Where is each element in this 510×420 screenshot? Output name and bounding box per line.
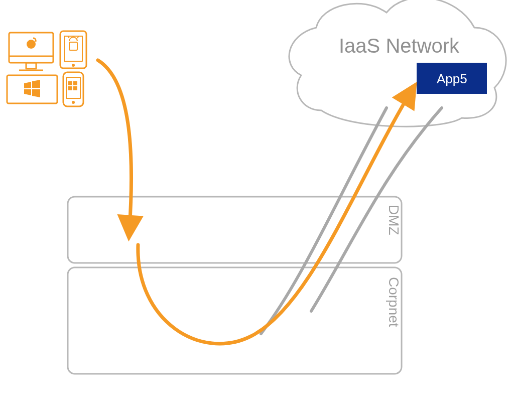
zone-dmz-label: DMZ: [386, 205, 402, 235]
device-laptop-icon: [7, 75, 57, 103]
svg-rect-9: [64, 36, 82, 61]
zone-corpnet-label: Corpnet: [386, 277, 402, 327]
device-tablet-icon: [60, 31, 86, 68]
device-cluster: [7, 31, 86, 106]
svg-point-7: [27, 40, 36, 49]
diagram-canvas: DMZ Corpnet IaaS Network App5: [0, 0, 510, 420]
app-label: App5: [437, 71, 467, 86]
device-phone-icon: [63, 72, 83, 106]
svg-point-10: [72, 64, 75, 67]
svg-point-17: [72, 101, 75, 104]
svg-rect-21: [73, 86, 77, 90]
cloud-label: IaaS Network: [339, 35, 460, 57]
tunnel-lines: [261, 108, 442, 334]
zone-dmz: DMZ: [68, 197, 402, 263]
zone-corpnet: Corpnet: [68, 267, 402, 374]
device-desktop-icon: [9, 33, 53, 70]
svg-rect-0: [68, 197, 402, 263]
svg-rect-19: [73, 81, 77, 85]
svg-rect-18: [68, 81, 72, 85]
svg-rect-1: [68, 267, 402, 374]
svg-rect-13: [69, 42, 77, 50]
svg-rect-5: [26, 63, 36, 69]
svg-rect-20: [68, 86, 72, 90]
app-box: App5: [417, 63, 487, 94]
